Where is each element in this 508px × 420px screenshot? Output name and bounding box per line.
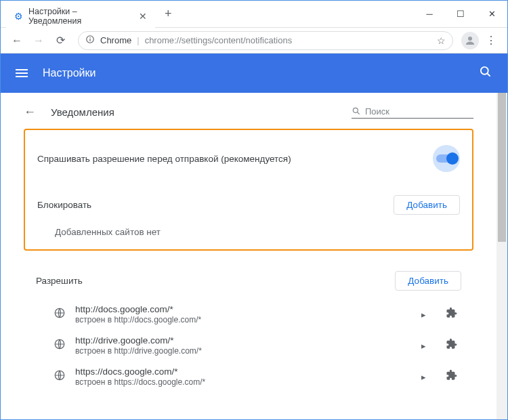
allow-site-row[interactable]: https://docs.google.com/* встроен в http… [24, 361, 473, 392]
settings-header: Настройки [1, 54, 507, 93]
site-sub: встроен в http://drive.google.com/* [75, 346, 404, 356]
bookmark-star-icon[interactable]: ☆ [437, 35, 446, 46]
window-titlebar: ⚙ Настройки – Уведомления ✕ + ─ ☐ ✕ [1, 1, 507, 28]
minimize-button[interactable]: ─ [414, 3, 445, 25]
browser-toolbar: ← → ⟳ Chrome | chrome://settings/content… [1, 28, 507, 54]
allow-add-button[interactable]: Добавить [395, 271, 461, 291]
close-window-button[interactable]: ✕ [476, 3, 507, 25]
allow-site-row[interactable]: http://drive.google.com/* встроен в http… [24, 330, 473, 361]
svg-point-6 [353, 108, 358, 112]
site-info: http://docs.google.com/* встроен в http:… [75, 304, 404, 324]
extension-icon[interactable] [442, 307, 461, 322]
settings-title: Настройки [43, 67, 96, 79]
breadcrumb: ← Уведомления Поиск [24, 105, 473, 119]
allow-section-header: Разрешить Добавить [24, 263, 473, 299]
block-section-header: Блокировать Добавить [25, 187, 472, 223]
site-url: http://docs.google.com/* [75, 304, 404, 314]
allow-title: Разрешить [36, 276, 83, 286]
svg-line-7 [358, 112, 360, 114]
svg-rect-1 [89, 39, 90, 41]
forward-button[interactable]: → [29, 31, 48, 50]
block-title: Блокировать [37, 200, 91, 210]
site-info: http://drive.google.com/* встроен в http… [75, 335, 404, 356]
highlighted-section: Спрашивать разрешение перед отправкой (р… [24, 129, 473, 251]
site-info-icon [85, 35, 95, 46]
chrome-menu-button[interactable]: ⋮ [482, 34, 501, 47]
back-button[interactable]: ← [7, 31, 26, 50]
menu-hamburger-icon[interactable] [16, 69, 28, 77]
window-controls: ─ ☐ ✕ [414, 3, 507, 25]
chevron-right-icon[interactable]: ▸ [414, 310, 433, 320]
back-arrow-icon[interactable]: ← [24, 105, 36, 119]
svg-line-5 [488, 73, 490, 76]
new-tab-button[interactable]: + [165, 7, 172, 21]
ask-before-sending-row[interactable]: Спрашивать разрешение перед отправкой (р… [25, 140, 472, 177]
ask-label: Спрашивать разрешение перед отправкой (р… [37, 154, 291, 164]
site-sub: встроен в http://docs.google.com/* [75, 315, 404, 324]
ask-toggle[interactable] [433, 145, 460, 172]
chevron-right-icon[interactable]: ▸ [414, 341, 433, 351]
url-path: chrome://settings/content/notifications [145, 35, 293, 45]
site-url: https://docs.google.com/* [75, 366, 404, 377]
svg-point-4 [481, 66, 488, 74]
allow-site-row[interactable]: http://docs.google.com/* встроен в http:… [24, 299, 473, 330]
maximize-button[interactable]: ☐ [445, 3, 476, 25]
browser-tab[interactable]: ⚙ Настройки – Уведомления ✕ [6, 5, 155, 28]
scrollbar-thumb[interactable] [498, 93, 506, 242]
header-search-button[interactable] [479, 65, 492, 82]
address-bar[interactable]: Chrome | chrome://settings/content/notif… [78, 31, 453, 50]
url-prefix: Chrome [100, 35, 131, 45]
globe-icon [54, 307, 66, 322]
svg-rect-2 [89, 37, 90, 38]
block-empty-text: Добавленных сайтов нет [25, 223, 472, 241]
settings-content: ← Уведомления Поиск Спрашивать разрешени… [1, 93, 496, 419]
globe-icon [54, 338, 66, 353]
chevron-right-icon[interactable]: ▸ [414, 372, 433, 382]
block-add-button[interactable]: Добавить [394, 195, 460, 215]
svg-point-3 [468, 37, 472, 41]
profile-avatar[interactable] [461, 32, 479, 49]
gear-icon: ⚙ [14, 11, 23, 22]
search-input[interactable]: Поиск [352, 106, 473, 119]
search-placeholder: Поиск [365, 106, 389, 117]
site-info: https://docs.google.com/* встроен в http… [75, 366, 404, 387]
site-sub: встроен в https://docs.google.com/* [75, 377, 404, 387]
reload-button[interactable]: ⟳ [51, 31, 70, 50]
close-tab-icon[interactable]: ✕ [139, 11, 147, 22]
page-title: Уведомления [51, 106, 114, 118]
vertical-scrollbar[interactable] [496, 93, 507, 419]
extension-icon[interactable] [442, 338, 461, 354]
site-url: http://drive.google.com/* [75, 335, 404, 345]
tab-title: Настройки – Уведомления [28, 7, 117, 26]
globe-icon [54, 369, 66, 384]
extension-icon[interactable] [442, 369, 461, 385]
